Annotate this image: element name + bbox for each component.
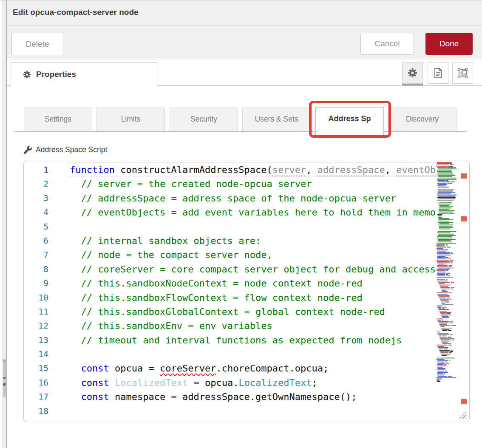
- line-number: 19: [24, 418, 48, 422]
- line-number: 2: [24, 177, 48, 191]
- appearance-icon: [458, 68, 468, 78]
- code-line[interactable]: // coreServer = core compact server obje…: [70, 262, 436, 276]
- gear-icon: [23, 71, 31, 79]
- code-line[interactable]: const namespace = addressSpace.getOwnNam…: [70, 390, 436, 404]
- code-content[interactable]: function constructAlarmAddressSpace(serv…: [70, 163, 436, 422]
- code-line[interactable]: // this.sandboxGlobalContext = global co…: [70, 305, 436, 319]
- form-tab-settings[interactable]: Settings: [24, 108, 92, 132]
- line-number: 6: [24, 234, 48, 248]
- editor-minimap[interactable]: [436, 162, 458, 385]
- appearance-section-button[interactable]: [452, 62, 473, 84]
- gutter-separator: [67, 161, 67, 422]
- form-tabbar-line: [14, 131, 467, 132]
- line-number-gutter: 12345678910111213141516171819: [24, 163, 48, 422]
- line-number: 11: [24, 305, 48, 319]
- line-number: 13: [24, 333, 48, 347]
- form-tab-users-sets[interactable]: Users & Sets: [242, 108, 311, 132]
- line-number: 18: [24, 404, 48, 418]
- wrench-icon: [23, 145, 32, 154]
- line-number: 7: [24, 248, 48, 262]
- error-marker: [461, 399, 467, 404]
- line-number: 9: [24, 276, 48, 290]
- code-line[interactable]: // this.sandboxEnv = env variables: [70, 319, 436, 333]
- selected-section-underline: [402, 84, 423, 85]
- scroll-annotation-mark: [3, 377, 6, 379]
- code-line[interactable]: // this.sandboxNodeContext = node contex…: [70, 276, 436, 290]
- section-header: Address Space Script: [23, 145, 107, 154]
- line-number: 12: [24, 319, 48, 333]
- line-number: 8: [24, 262, 48, 276]
- dialog-title: Edit opcua-compact-server node: [13, 8, 139, 17]
- code-line[interactable]: // addressSpace = address space of the n…: [70, 191, 436, 205]
- line-number: 3: [24, 191, 48, 205]
- form-tab-discovery[interactable]: Discovery: [388, 108, 456, 132]
- section-label: Address Space Script: [36, 145, 107, 154]
- dialog-toolbar: Delete Cancel Done: [7, 26, 482, 60]
- editor-resize-handle[interactable]: [459, 411, 466, 419]
- code-line[interactable]: // eventObjects = add event variables he…: [70, 205, 436, 219]
- error-marker: [461, 216, 467, 221]
- tab-properties[interactable]: Properties: [11, 62, 157, 86]
- form-tab-address-sp[interactable]: Address Sp: [315, 107, 384, 137]
- document-icon: [434, 68, 443, 78]
- line-number: 14: [24, 347, 48, 361]
- code-line[interactable]: const opcua = coreServer.choreCompact.op…: [70, 361, 436, 375]
- line-number: 10: [24, 291, 48, 305]
- line-number: 16: [24, 376, 48, 390]
- code-line[interactable]: // timeout and interval functions as exp…: [70, 333, 436, 347]
- dialog-header: Edit opcua-compact-server node: [7, 0, 482, 26]
- code-line[interactable]: // internal sandbox objects are:: [70, 234, 436, 248]
- line-number: 1: [24, 163, 48, 177]
- code-line[interactable]: const LocalizedText = opcua.LocalizedTex…: [70, 376, 436, 390]
- delete-button[interactable]: Delete: [11, 33, 63, 55]
- code-line[interactable]: [70, 220, 436, 234]
- done-button[interactable]: Done: [425, 33, 473, 55]
- edit-node-dialog: Edit opcua-compact-server node Delete Ca…: [0, 0, 482, 448]
- code-line[interactable]: [70, 404, 436, 418]
- line-number: 17: [24, 390, 48, 404]
- cancel-button[interactable]: Cancel: [360, 33, 414, 55]
- error-marker: [461, 173, 467, 179]
- description-section-button[interactable]: [428, 62, 448, 84]
- form-tab-limits[interactable]: Limits: [96, 108, 165, 132]
- properties-section-button[interactable]: [402, 62, 423, 84]
- code-line[interactable]: // server = the created node-opcua serve…: [70, 177, 436, 191]
- code-editor[interactable]: 12345678910111213141516171819 function c…: [23, 161, 470, 422]
- scroll-annotation-mark: [3, 360, 6, 362]
- line-number: 4: [24, 205, 48, 219]
- gear-icon: [408, 68, 417, 78]
- code-line[interactable]: // node = the compact server node,: [70, 248, 436, 262]
- code-line[interactable]: // this.sandboxFlowContext = flow contex…: [70, 291, 436, 305]
- line-number: 15: [24, 361, 48, 375]
- scroll-annotation-mark: [3, 383, 6, 386]
- code-line[interactable]: [70, 347, 436, 361]
- tab-properties-label: Properties: [36, 70, 76, 79]
- form-tab-security[interactable]: Security: [170, 108, 238, 132]
- code-line[interactable]: function constructAlarmAddressSpace(serv…: [70, 163, 436, 177]
- code-line[interactable]: const Variant = opcua.Variant;: [70, 418, 436, 422]
- line-number: 5: [24, 220, 48, 234]
